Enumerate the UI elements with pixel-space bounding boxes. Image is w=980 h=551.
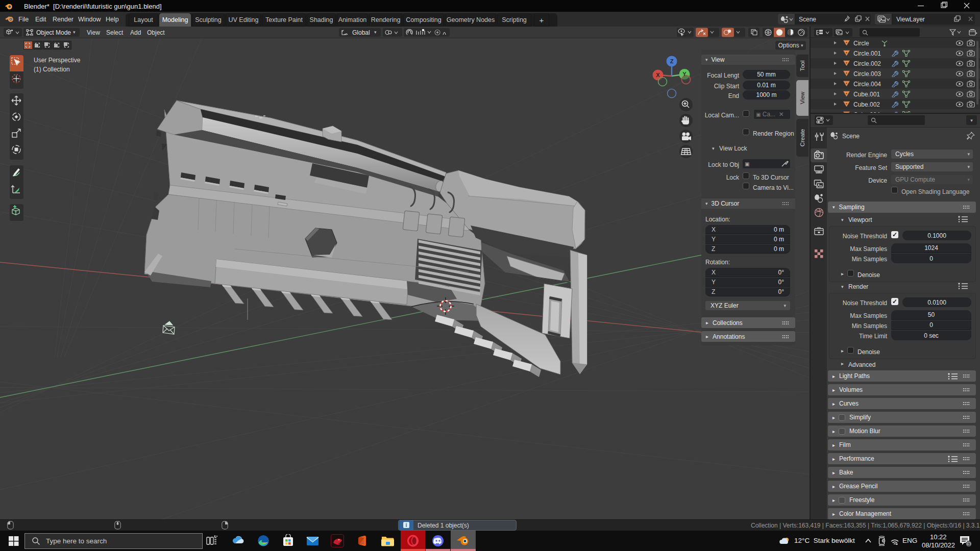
svg-text:Z: Z	[670, 58, 674, 64]
svg-text:3: 3	[967, 541, 970, 547]
svg-text:X: X	[656, 72, 660, 78]
